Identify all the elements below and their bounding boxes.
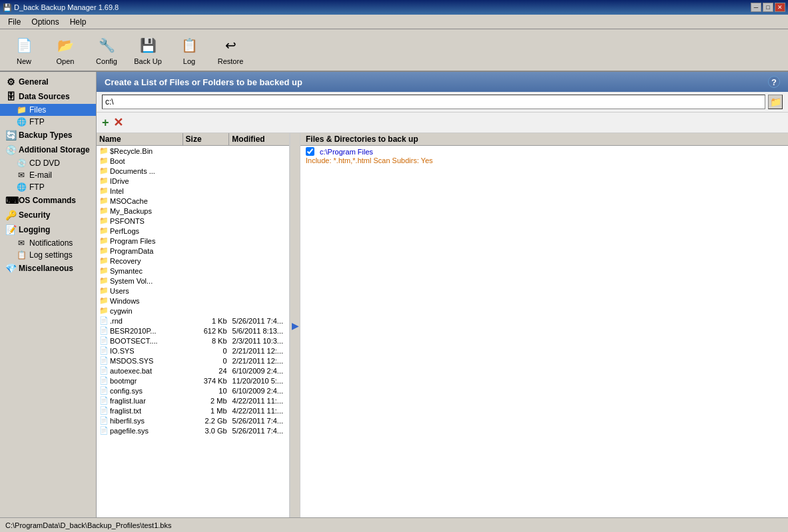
config-button[interactable]: 🔧 Config [87,31,127,69]
list-item[interactable]: 📁 PSFONTS [97,216,289,226]
window-title: D_back Backup Manager 1.69.8 [14,3,119,11]
maximize-button[interactable]: □ [763,3,773,12]
file-name: Program Files [110,237,183,245]
backup-empty-row [300,477,788,489]
minimize-button[interactable]: ─ [751,3,761,12]
list-item[interactable]: 📁 Recovery [97,256,289,266]
list-item[interactable]: 📄 fraglist.txt 1 Mb 4/22/2011 11:... [97,405,289,415]
list-item[interactable]: 📁 cygwin [97,306,289,316]
file-name: fraglist.txt [110,407,183,415]
list-item[interactable]: 📁 $Recycle.Bin [97,146,289,156]
sidebar-item-logging[interactable]: 📝 Logging [0,222,96,237]
sidebar-item-data-sources[interactable]: 🗄 Data Sources [0,89,96,104]
general-icon: ⚙ [5,77,16,87]
remove-button[interactable]: ✕ [113,115,123,130]
help-icon[interactable]: ? [768,76,780,88]
list-item[interactable]: 📄 BOOTSECT.... 8 Kb 2/3/2011 10:3... [97,336,289,346]
list-item[interactable]: 📄 .rnd 1 Kb 5/26/2011 7:4... [97,316,289,326]
backup-empty-row [300,370,788,382]
backup-empty-row [300,465,788,477]
list-item[interactable]: 📁 Windows [97,296,289,306]
menu-options[interactable]: Options [26,16,64,28]
backup-empty-row [300,394,788,405]
list-item[interactable]: 📁 Intel [97,186,289,196]
sidebar-item-ftp[interactable]: 🌐 FTP [0,116,96,128]
backup-empty-row [300,334,788,346]
sidebar-item-miscellaneous[interactable]: 💎 Miscellaneous [0,261,96,276]
backup-empty-row [300,346,788,358]
sidebar-item-log-settings[interactable]: 📋 Log settings [0,249,96,261]
list-item[interactable]: 📁 Documents ... [97,166,289,176]
backup-button[interactable]: 💾 Back Up [128,31,168,69]
menu-file[interactable]: File [3,16,26,28]
email-icon: ✉ [16,170,27,180]
list-item[interactable]: 📄 IO.SYS 0 2/21/2011 12:... [97,346,289,356]
file-name: Symantec [110,267,183,275]
list-item[interactable]: 📁 System Vol... [97,276,289,286]
file-icon: 📁 [99,266,109,275]
backup-empty-row [300,250,788,262]
backup-list-header: Files & Directories to back up [300,133,788,146]
list-item[interactable]: 📄 fraglist.luar 2 Mb 4/22/2011 11:... [97,396,289,405]
list-item[interactable]: 📁 Symantec [97,266,289,276]
list-item[interactable]: 📄 MSDOS.SYS 0 2/21/2011 12:... [97,356,289,366]
list-item[interactable]: 📁 IDrive [97,176,289,186]
sidebar-item-notifications[interactable]: ✉ Notifications [0,237,96,249]
sidebar-item-general[interactable]: ⚙ General [0,75,96,89]
backup-list-item[interactable]: c:\Program Files Include: *.htm,*.html S… [300,146,788,166]
list-item[interactable]: 📄 hiberfil.sys 2.2 Gb 5/26/2011 7:4... [97,415,289,425]
sidebar-item-os-commands[interactable]: ⌨ OS Commands [0,193,96,208]
sidebar-item-files-label: Files [29,105,46,115]
backup-empty-row [300,298,788,310]
list-item[interactable]: 📄 config.sys 10 6/10/2009 2:4... [97,386,289,396]
add-button[interactable]: + [102,116,109,130]
open-button[interactable]: 📂 Open [45,31,85,69]
list-item[interactable]: 📁 Boot [97,156,289,166]
sidebar-item-notifications-label: Notifications [29,238,73,248]
browse-folder-button[interactable]: 📁 [768,95,783,109]
list-item[interactable]: 📄 pagefile.sys 3.0 Gb 5/26/2011 7:4... [97,425,289,435]
file-modified: 5/26/2011 7:4... [230,317,289,325]
close-button[interactable]: ✕ [775,3,785,12]
sidebar-item-security[interactable]: 🔑 Security [0,208,96,222]
menu-help[interactable]: Help [65,16,92,28]
sidebar-item-additional-storage[interactable]: 💿 Additional Storage [0,142,96,157]
sidebar-item-backup-types[interactable]: 🔄 Backup Types [0,128,96,142]
backup-empty-row [300,190,788,202]
file-name: Users [110,287,183,295]
list-item[interactable]: 📄 autoexec.bat 24 6/10/2009 2:4... [97,366,289,376]
list-item[interactable]: 📁 Program Files [97,236,289,246]
file-name: hiberfil.sys [110,417,183,425]
new-button[interactable]: 📄 New [4,31,44,69]
list-item[interactable]: 📁 Users [97,286,289,296]
file-name: My_Backups [110,207,183,215]
file-icon: 📄 [99,326,109,335]
sidebar-item-email[interactable]: ✉ E-mail [0,169,96,181]
sidebar-item-os-commands-label: OS Commands [19,196,76,205]
file-icon: 📁 [99,176,109,185]
file-icon: 📄 [99,366,109,375]
restore-button[interactable]: ↩ Restore [210,31,250,69]
file-icon: 📄 [99,346,109,355]
list-item[interactable]: 📁 ProgramData [97,246,289,256]
backup-empty-row [300,178,788,190]
file-name: bootmgr [110,377,183,385]
log-button[interactable]: 📋 Log [169,31,209,69]
sidebar-item-ftp2[interactable]: 🌐 FTP [0,181,96,193]
sidebar-item-cd-dvd[interactable]: 💿 CD DVD [0,157,96,169]
path-input[interactable] [102,95,765,109]
titlebar-title: 💾 D_back Backup Manager 1.69.8 [3,3,119,12]
titlebar: 💾 D_back Backup Manager 1.69.8 ─ □ ✕ [0,0,788,15]
sidebar-item-files[interactable]: 📁 Files [0,104,96,116]
file-modified: 5/6/2011 8:13... [230,327,289,335]
statusbar: C:\ProgramData\D_back\Backup_Profiles\te… [0,517,788,532]
list-item[interactable]: 📄 BESR2010P... 612 Kb 5/6/2011 8:13... [97,326,289,336]
list-item[interactable]: 📄 bootmgr 374 Kb 11/20/2010 5:... [97,376,289,386]
backup-item-checkbox[interactable] [306,147,314,156]
list-item[interactable]: 📁 PerfLogs [97,226,289,236]
add-to-backup-button[interactable]: ▶ [290,133,300,517]
list-item[interactable]: 📁 MSOCache [97,196,289,206]
list-item[interactable]: 📁 My_Backups [97,206,289,216]
file-list-body: 📁 $Recycle.Bin 📁 Boot 📁 Documents ... 📁 … [97,146,289,517]
file-name: $Recycle.Bin [110,147,183,155]
